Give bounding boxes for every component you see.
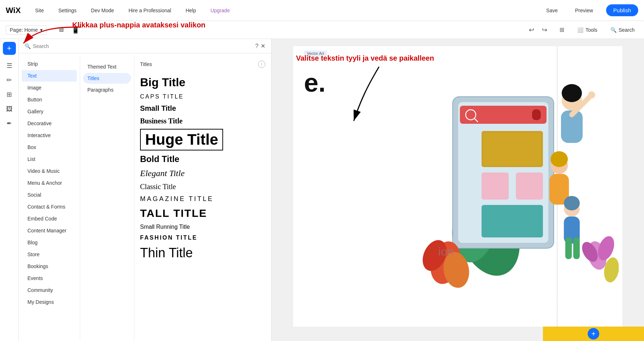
title-tall-title[interactable]: TALL TITLE [140,205,265,222]
category-image[interactable]: Image [22,82,77,93]
svg-point-14 [562,84,582,102]
design-icon[interactable]: ✏ [3,74,16,87]
nav-help[interactable]: Help [183,6,199,15]
category-embed-code[interactable]: Embed Code [22,213,77,224]
title-magazine-title[interactable]: MAGAZINE TITLE [140,193,265,205]
add-bottom-button[interactable]: + [588,328,599,340]
category-my-designs[interactable]: My Designs [22,296,77,308]
panel-subcategories: Themed Text Titles Paragraphs [80,55,134,341]
title-big-title[interactable]: Big Title [140,74,265,91]
category-bookings[interactable]: Bookings [22,261,77,272]
svg-rect-12 [482,205,543,237]
panel-content: Titles i Big Title CAPS TITLE Small Titl… [134,55,271,341]
category-list[interactable]: List [22,153,77,165]
title-elegant-title[interactable]: Elegant Title [140,166,265,180]
mobile-view-icon[interactable]: 📱 [70,24,81,36]
panel-search-input[interactable] [33,43,253,49]
category-decorative[interactable]: Decorative [22,118,77,129]
category-contact-forms[interactable]: Contact & Forms [22,201,77,213]
title-huge-title[interactable]: Huge Title [140,129,223,150]
canvas-page: Vector Art e. [293,46,622,327]
svg-rect-10 [482,172,509,200]
nav-hire[interactable]: Hire a Professional [126,6,174,15]
title-thin-title[interactable]: Thin Title [140,243,265,263]
category-community[interactable]: Community [22,284,77,296]
pages-icon[interactable]: ☰ [3,59,16,72]
panel-search-bar: 🔍 ? ✕ [19,39,271,53]
panel-content-header: Titles i [140,61,265,68]
canvas-area[interactable]: Vector Art e. [271,39,644,341]
title-business-title[interactable]: Business Title [140,115,265,127]
second-navigation: Page: Home ▾ 🖥 📱 ↩ ↪ ⊞ ⬜ Tools 🔍 Search [0,21,644,39]
svg-rect-7 [532,109,541,120]
undo-button[interactable]: ↩ [526,24,538,36]
canvas-text: e. [304,68,326,97]
expand-icon[interactable]: ⊞ [556,24,568,36]
panel-categories: Strip Text Image Button Gallery Decorati… [19,55,80,341]
title-fashion-title[interactable]: FASHION TITLE [140,232,265,243]
title-classic-title[interactable]: Classic Title [140,180,265,193]
nav-upgrade[interactable]: Upgrade [208,6,233,15]
top-navigation: WiX Site Settings Dev Mode Hire a Profes… [0,0,644,21]
search-label: Search [619,27,635,33]
redo-button[interactable]: ↪ [539,24,551,36]
category-blog[interactable]: Blog [22,237,77,248]
category-store[interactable]: Store [22,249,77,260]
category-menu-anchor[interactable]: Menu & Anchor [22,177,77,189]
nav-devmode[interactable]: Dev Mode [88,6,117,15]
blog-icon[interactable]: ✒ [3,117,16,130]
media-icon[interactable]: 🖼 [3,102,16,115]
canvas-inner: Vector Art e. [271,39,644,341]
category-box[interactable]: Box [22,141,77,153]
save-button[interactable]: Save [542,6,562,15]
page-selector[interactable]: Page: Home ▾ [6,25,47,35]
add-element-button[interactable]: + [3,42,16,55]
chevron-down-icon: ▾ [40,27,43,33]
category-button[interactable]: Button [22,94,77,105]
category-events[interactable]: Events [22,272,77,284]
search-button[interactable]: 🔍 Search [607,26,638,34]
add-panel: 🔍 ? ✕ Strip Text Image Button Gallery De… [19,39,271,341]
illustration-container: ion [417,53,619,299]
title-running-title[interactable]: Small Running Title [140,222,265,232]
bottom-bar: + [543,327,644,341]
sub-themed-text[interactable]: Themed Text [83,61,131,72]
svg-point-22 [564,196,580,210]
sub-paragraphs[interactable]: Paragraphs [83,84,131,95]
search-icon: 🔍 [610,27,617,33]
vector-art-label: Vector Art [304,51,327,56]
category-interactive[interactable]: Interactive [22,130,77,141]
category-gallery[interactable]: Gallery [22,106,77,117]
title-small-title[interactable]: Small Title [140,102,265,115]
panel-close-icon[interactable]: ✕ [261,43,265,49]
preview-button[interactable]: Preview [571,6,597,15]
view-icons: 🖥 📱 [55,24,81,36]
nav-settings[interactable]: Settings [55,6,79,15]
category-video-music[interactable]: Video & Music [22,165,77,177]
panel-help-icon[interactable]: ? [255,43,258,49]
publish-button[interactable]: Publish [606,4,638,16]
svg-rect-9 [483,133,541,165]
title-caps-title[interactable]: CAPS TITLE [140,91,265,102]
undo-redo-group: ↩ ↪ [526,24,551,36]
apps-icon[interactable]: ⊞ [3,88,16,101]
category-strip[interactable]: Strip [22,58,77,70]
desktop-view-icon[interactable]: 🖥 [55,24,67,36]
svg-point-19 [551,151,568,167]
info-icon[interactable]: i [258,61,265,68]
panel-content-title: Titles [140,61,152,67]
panel-search-icon: 🔍 [25,43,31,49]
title-bold-title[interactable]: Bold Title [140,152,265,166]
svg-text:ion: ion [438,245,454,258]
category-text[interactable]: Text [22,70,77,82]
wix-logo: WiX [6,6,21,15]
page-name: Page: Home [10,27,38,33]
sub-titles[interactable]: Titles [83,73,131,84]
category-content-manager[interactable]: Content Manager [22,225,77,236]
category-social[interactable]: Social [22,189,77,201]
svg-rect-25 [573,237,580,259]
tools-button[interactable]: ⬜ Tools [574,26,601,34]
nav-site[interactable]: Site [32,6,47,15]
tools-label: Tools [586,27,597,33]
illustration-svg: ion [417,53,619,299]
